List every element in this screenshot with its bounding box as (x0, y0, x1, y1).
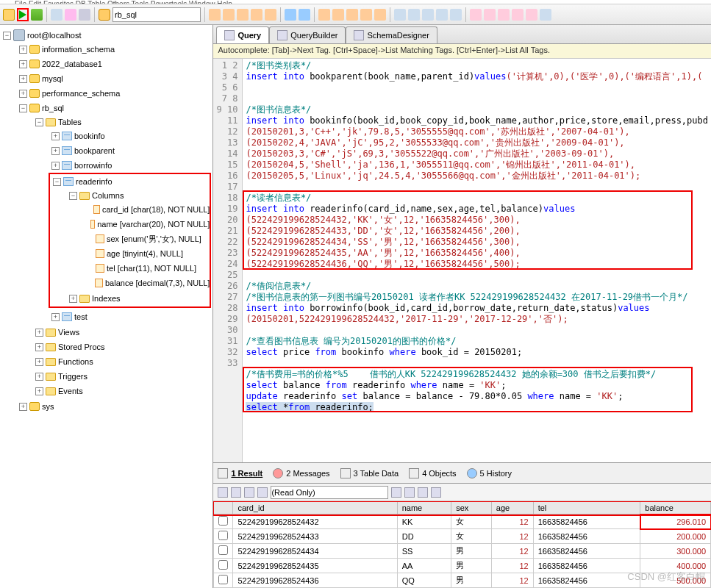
row-checkbox[interactable] (218, 516, 228, 526)
conn-root[interactable]: −root@localhost (3, 29, 212, 42)
functions-folder[interactable]: +Functions (35, 355, 212, 368)
tool-icon-10[interactable] (346, 9, 358, 21)
cell[interactable]: 女 (451, 529, 492, 544)
cell[interactable]: 男 (451, 559, 492, 573)
cell[interactable]: 16635824456 (533, 514, 640, 529)
cell[interactable]: SS (397, 544, 451, 559)
table-row[interactable]: 522429199628524432KK女1216635824456296.01… (214, 514, 711, 529)
refresh-grid-icon[interactable] (244, 487, 254, 498)
tool-icon-22[interactable] (526, 9, 537, 21)
table-row[interactable]: 522429199628524434SS男1216635824456300.00… (214, 544, 711, 559)
tool-icon-14[interactable] (408, 9, 420, 21)
cell[interactable]: 522429199628524432 (233, 514, 397, 529)
views-folder[interactable]: +Views (35, 326, 212, 339)
more-icon[interactable] (431, 487, 441, 498)
table-row[interactable]: 522429199628524435AA男1216635824456400.00… (214, 559, 711, 573)
collapse-icon[interactable]: − (53, 178, 61, 186)
filter-icon[interactable] (257, 487, 268, 498)
tables-folder[interactable]: −Tables (35, 115, 212, 129)
db-item[interactable]: +sys (19, 400, 212, 413)
table-item[interactable]: +test (51, 310, 212, 323)
cell[interactable]: DD (397, 529, 451, 544)
cell[interactable]: 女 (451, 514, 492, 529)
sql-editor[interactable]: /*图书类别表*/ insert into bookparent(book_na… (243, 59, 711, 462)
tool-icon-12[interactable] (374, 9, 386, 21)
tab-messages[interactable]: 2 Messages (273, 468, 329, 478)
table-item[interactable]: +bookinfo (51, 129, 212, 143)
cell[interactable]: 522429199628524436 (233, 573, 397, 588)
cell-balance[interactable]: 500.000 (640, 573, 711, 588)
column-item[interactable]: balance [decimal(7,3), NULL] (85, 276, 210, 290)
col-header[interactable]: card_id (233, 502, 397, 514)
expand-icon[interactable]: + (35, 387, 43, 395)
database-combo[interactable] (112, 7, 201, 22)
expand-icon[interactable]: + (69, 295, 77, 303)
column-item[interactable]: card_id [char(18), NOT NULL] (85, 203, 210, 216)
cell[interactable]: AA (397, 559, 451, 573)
tool-icon-6[interactable] (285, 9, 296, 21)
tab-tabledata[interactable]: 3 Table Data (340, 468, 399, 478)
db-item[interactable]: +mysql (19, 72, 212, 85)
cancel-icon[interactable] (418, 487, 428, 498)
column-item[interactable]: name [varchar(20), NOT NULL] (85, 218, 210, 231)
triggers-folder[interactable]: +Triggers (35, 370, 212, 383)
cell[interactable]: 12 (491, 559, 533, 573)
save-icon[interactable] (79, 9, 90, 21)
cell[interactable]: QQ (397, 573, 451, 588)
expand-icon[interactable]: + (35, 343, 43, 351)
cell[interactable]: 12 (491, 529, 533, 544)
tool-icon-8[interactable] (318, 9, 330, 21)
row-checkbox[interactable] (218, 560, 228, 570)
cell-balance[interactable]: 296.010 (640, 514, 711, 529)
tab-query[interactable]: Query (216, 26, 269, 43)
cell[interactable]: 522429199628524433 (233, 529, 397, 544)
save-grid-icon[interactable] (404, 487, 415, 498)
db-item[interactable]: +information_schema (19, 43, 212, 56)
cell[interactable]: 男 (451, 573, 492, 588)
cell[interactable]: 16635824456 (533, 559, 640, 573)
col-header[interactable]: tel (533, 502, 640, 514)
expand-icon[interactable]: + (35, 329, 43, 337)
collapse-icon[interactable]: − (19, 104, 27, 112)
tool-icon-23[interactable] (540, 9, 551, 21)
col-header[interactable]: sex (451, 502, 492, 514)
collapse-icon[interactable]: − (35, 118, 43, 126)
refresh-icon[interactable] (51, 9, 62, 21)
cell[interactable]: 男 (451, 544, 492, 559)
tool-icon-16[interactable] (436, 9, 448, 21)
db-item[interactable]: +performance_schema (19, 87, 212, 100)
cell[interactable]: 16635824456 (533, 573, 640, 588)
expand-icon[interactable]: + (35, 358, 43, 366)
col-header[interactable]: name (397, 502, 451, 514)
new-conn-icon[interactable] (3, 9, 15, 21)
tab-schema[interactable]: SchemaDesigner (346, 26, 437, 43)
tool-icon-7[interactable] (299, 9, 310, 21)
tab-result[interactable]: 1 Result (218, 468, 262, 478)
tool-icon-17[interactable] (450, 9, 462, 21)
cell[interactable]: 16635824456 (533, 544, 640, 559)
expand-icon[interactable]: + (51, 132, 60, 140)
expand-icon[interactable]: + (19, 46, 27, 54)
export-icon[interactable] (218, 487, 228, 498)
expand-icon[interactable]: + (19, 60, 27, 68)
table-item[interactable]: +borrowinfo (51, 159, 212, 172)
expand-icon[interactable]: + (35, 373, 43, 381)
tool-icon-9[interactable] (332, 9, 344, 21)
tool-icon-21[interactable] (512, 9, 524, 21)
cell[interactable]: KK (397, 514, 451, 529)
table-row[interactable]: 522429199628524436QQ男1216635824456500.00… (214, 573, 711, 588)
events-folder[interactable]: +Events (35, 384, 212, 398)
column-item[interactable]: tel [char(11), NOT NULL] (85, 262, 210, 275)
tab-objects[interactable]: 4 Objects (409, 468, 456, 478)
cell[interactable]: 522429199628524435 (233, 559, 397, 573)
db-item[interactable]: +2022_database1 (19, 57, 212, 71)
expand-icon[interactable]: + (51, 313, 60, 321)
table-item[interactable]: +bookparent (51, 144, 212, 157)
cell[interactable]: 12 (491, 573, 533, 588)
column-item[interactable]: age [tinyint(4), NULL] (85, 247, 210, 260)
columns-folder[interactable]: −Columns (69, 189, 210, 202)
expand-icon[interactable]: + (51, 147, 60, 155)
table-row[interactable]: 522429199628524433DD女1216635824456200.00… (214, 529, 711, 544)
expand-icon[interactable]: + (19, 90, 27, 98)
tool-icon-11[interactable] (360, 9, 372, 21)
